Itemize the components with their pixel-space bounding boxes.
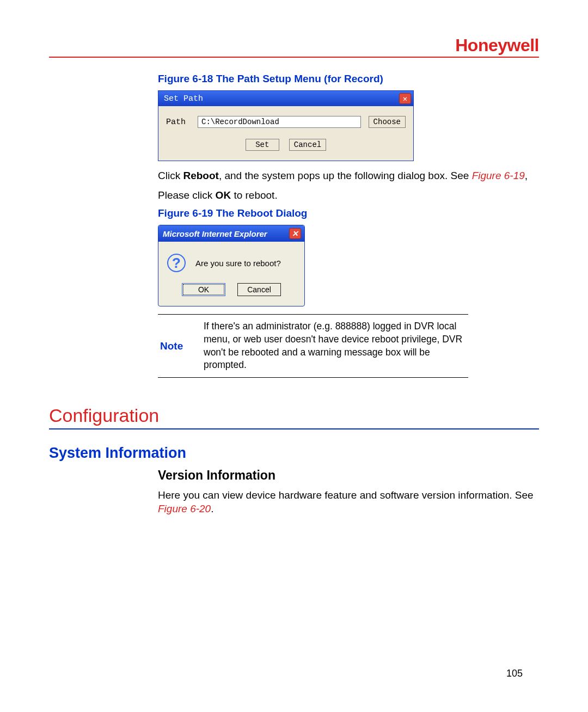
figure-618-caption: Figure 6-18 The Path Setup Menu (for Rec… [158, 73, 539, 85]
path-label: Path [166, 118, 190, 127]
close-icon[interactable]: ✕ [399, 93, 411, 104]
path-input[interactable]: C:\RecordDownload [198, 116, 361, 128]
choose-button[interactable]: Choose [369, 116, 406, 128]
reboot-dialog: Microsoft Internet Explorer ✕ ? Are you … [158, 225, 305, 306]
section-system-information: System Information [49, 445, 539, 462]
set-button[interactable]: Set [246, 139, 279, 151]
paragraph-reboot-instruction: Click Reboot, and the system pops up the… [158, 169, 539, 183]
reboot-title-text: Microsoft Internet Explorer [163, 229, 267, 238]
figure-ref-619: Figure 6-19 [472, 170, 525, 181]
page-number: 105 [506, 668, 523, 679]
set-path-title-text: Set Path [164, 94, 203, 103]
paragraph-ok-instruction: Please click OK to reboot. [158, 188, 539, 202]
reboot-message: Are you sure to reboot? [195, 259, 281, 268]
reboot-titlebar: Microsoft Internet Explorer ✕ [158, 225, 304, 242]
set-path-titlebar: Set Path ✕ [158, 91, 413, 106]
section-rule [49, 428, 539, 429]
paragraph-version-info: Here you can view device hardware featur… [158, 488, 539, 516]
note-rule-bottom [158, 377, 468, 378]
cancel-reboot-button[interactable]: Cancel [237, 283, 281, 296]
note-block: Note If there's an administrator (e.g. 8… [158, 314, 468, 378]
figure-ref-620: Figure 6-20 [158, 503, 211, 514]
note-label: Note [160, 340, 193, 352]
figure-619-caption: Figure 6-19 The Reboot Dialog [158, 207, 539, 219]
header-rule [49, 57, 539, 58]
close-icon[interactable]: ✕ [289, 228, 301, 239]
set-path-window: Set Path ✕ Path C:\RecordDownload Choose… [158, 90, 414, 161]
section-version-information: Version Information [158, 468, 539, 483]
section-configuration: Configuration [49, 405, 539, 426]
cancel-setpath-button[interactable]: Cancel [289, 139, 326, 151]
brand-logo: Honeywell [49, 35, 539, 56]
question-icon: ? [167, 254, 186, 272]
ok-button[interactable]: OK [182, 283, 225, 296]
note-text: If there's an administrator (e.g. 888888… [204, 320, 466, 372]
